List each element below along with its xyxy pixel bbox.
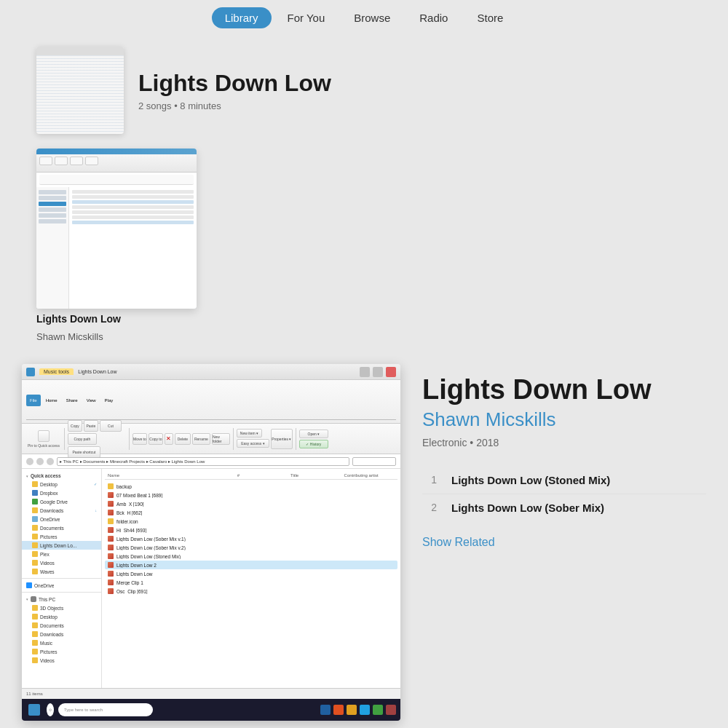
- play-tab[interactable]: Play: [101, 395, 117, 406]
- explorer-title-tabs: Music tools Lights Down Low: [39, 368, 355, 375]
- file-row-sober-v1[interactable]: Lights Down Low (Sober Mix v.1): [105, 534, 397, 543]
- file-list: Name # Title Contributing artist backup …: [102, 469, 400, 721]
- left-panel: Music tools Lights Down Low File Home Sh…: [22, 364, 400, 721]
- tree-item-3dobjects[interactable]: 3D Objects: [22, 604, 101, 612]
- audio-icon: [108, 562, 114, 568]
- status-bar: 11 items: [22, 688, 400, 699]
- taskbar-search[interactable]: Type here to search: [58, 703, 153, 716]
- tree-item-downloads2[interactable]: Downloads: [22, 630, 101, 638]
- forward-button[interactable]: [36, 458, 44, 465]
- tree-item-pictures[interactable]: Pictures: [22, 532, 101, 541]
- taskbar-icon-6[interactable]: [386, 705, 396, 715]
- taskbar-icon-3[interactable]: [347, 705, 357, 715]
- taskbar-icon-4[interactable]: [360, 705, 370, 715]
- track-item-2[interactable]: 2 Lights Down Low (Sober Mix): [422, 494, 706, 521]
- nav-for-you[interactable]: For You: [274, 7, 339, 28]
- hero-section: Lights Down Low 2 songs • 8 minutes: [0, 39, 728, 149]
- up-button[interactable]: [47, 458, 54, 465]
- home-tab[interactable]: Home: [42, 395, 61, 406]
- col-title: Title: [290, 473, 341, 478]
- file-tab[interactable]: File: [26, 395, 41, 406]
- album-title: Lights Down Low: [422, 375, 706, 405]
- view-tab[interactable]: View: [83, 395, 100, 406]
- explorer-titlebar: Music tools Lights Down Low: [22, 364, 400, 380]
- back-button[interactable]: [26, 458, 33, 465]
- file-row-hish[interactable]: Hi_Sh44 [693]: [105, 526, 397, 534]
- titlebar-controls: [360, 367, 396, 377]
- main-content: Music tools Lights Down Low File Home Sh…: [0, 364, 728, 721]
- tree-item-lightsdownlow[interactable]: Lights Down Lo...: [22, 541, 101, 550]
- file-row-stoned[interactable]: Lights Down Low (Stoned Mix): [105, 552, 397, 561]
- start-button[interactable]: [26, 702, 42, 718]
- explorer-address-bar: ▸ This PC ▸ Documents ▸ Minecraft Projec…: [22, 454, 400, 469]
- album-artist[interactable]: Shawn Micskills: [422, 408, 706, 431]
- tree-item-downloads[interactable]: Downloads ↓: [22, 506, 101, 515]
- album-card-name: Lights Down Low: [36, 313, 121, 325]
- tree-item-music[interactable]: Music: [22, 638, 101, 647]
- nav-store[interactable]: Store: [464, 7, 516, 28]
- search-box[interactable]: [352, 457, 396, 466]
- file-row-merge[interactable]: Merge Clip 1: [105, 578, 397, 587]
- file-row-ldl2[interactable]: Lights Down Low 2: [105, 561, 397, 569]
- album-card-image: [36, 149, 197, 309]
- audio-icon: [108, 553, 114, 559]
- nav-radio[interactable]: Radio: [406, 7, 461, 28]
- file-row-ldl[interactable]: Lights Down Low: [105, 569, 397, 578]
- file-row-foldericon[interactable]: folder.icon: [105, 517, 397, 526]
- tree-item-desktop2[interactable]: Desktop: [22, 612, 101, 621]
- maximize-button[interactable]: [373, 367, 383, 377]
- track-list: 1 Lights Down Low (Stoned Mix) 2 Lights …: [422, 467, 706, 521]
- nav-library[interactable]: Library: [212, 7, 272, 28]
- files-header: Name # Title Contributing artist: [105, 472, 397, 480]
- file-row-ambx[interactable]: Amb_X [190]: [105, 499, 397, 508]
- tree-item-waves[interactable]: Waves: [22, 567, 101, 576]
- track-number-2: 2: [422, 502, 437, 513]
- col-name: Name: [108, 473, 234, 478]
- footer: 2 songs, 8 minutes: [0, 721, 728, 728]
- item-count: 11 items: [26, 692, 43, 696]
- taskbar-icon-5[interactable]: [373, 705, 383, 715]
- taskbar-icon-2[interactable]: [333, 705, 344, 715]
- taskbar-icon-1[interactable]: [320, 705, 331, 715]
- file-row-bckh[interactable]: Bck_H [662]: [105, 508, 397, 517]
- show-related-link[interactable]: Show Related: [422, 536, 495, 549]
- audio-icon: [108, 536, 114, 542]
- tree-item-pictures2[interactable]: Pictures: [22, 647, 101, 656]
- tree-item-documents2[interactable]: Documents: [22, 621, 101, 630]
- file-row-osc[interactable]: Osc_Clip [691]: [105, 587, 397, 596]
- file-row-sober-v2[interactable]: Lights Down Low (Sober Mix v.2): [105, 543, 397, 552]
- audio-icon: [108, 510, 114, 515]
- tree-item-videos[interactable]: Videos: [22, 558, 101, 567]
- share-tab[interactable]: Share: [63, 395, 82, 406]
- file-row-07mixed[interactable]: 07 Mixed Beat 1 [689]: [105, 491, 397, 499]
- tree-item-documents[interactable]: Documents: [22, 523, 101, 532]
- tree-item-plex[interactable]: Plex: [22, 550, 101, 558]
- explorer-screenshot: Music tools Lights Down Low File Home Sh…: [22, 364, 400, 721]
- tree-item-videos2[interactable]: Videos: [22, 656, 101, 665]
- track-name-2: Lights Down Low (Sober Mix): [451, 502, 604, 514]
- track-number-1: 1: [422, 474, 437, 486]
- col-artist: Contributing artist: [344, 473, 395, 478]
- audio-icon: [108, 588, 114, 594]
- folder-icon: [108, 518, 114, 524]
- nav-browse[interactable]: Browse: [341, 7, 403, 28]
- tree-item-desktop[interactable]: Desktop ✓: [22, 480, 101, 488]
- tree-item-onedrive[interactable]: OneDrive: [22, 515, 101, 523]
- cortana-icon: ○: [47, 703, 54, 716]
- file-row-backup[interactable]: backup: [105, 482, 397, 491]
- close-button[interactable]: [386, 367, 396, 377]
- file-tree: ▾ Quick access Desktop ✓ Dropbox: [22, 469, 102, 721]
- tree-item-thispc[interactable]: ▾ This PC: [22, 595, 101, 604]
- tree-item-dropbox[interactable]: Dropbox: [22, 488, 101, 497]
- address-path[interactable]: ▸ This PC ▸ Documents ▸ Minecraft Projec…: [57, 457, 349, 466]
- top-navigation: Library For You Browse Radio Store: [0, 0, 728, 39]
- tree-item-googledrive[interactable]: Google Drive: [22, 497, 101, 506]
- track-name-1: Lights Down Low (Stoned Mix): [451, 474, 610, 486]
- hero-title: Lights Down Low: [138, 69, 692, 97]
- audio-icon: [108, 579, 114, 585]
- track-item-1[interactable]: 1 Lights Down Low (Stoned Mix): [422, 467, 706, 494]
- minimize-button[interactable]: [360, 367, 370, 377]
- col-num: #: [237, 473, 288, 478]
- hero-meta: 2 songs • 8 minutes: [138, 100, 692, 111]
- tree-item-onedrive2[interactable]: OneDrive: [22, 581, 101, 590]
